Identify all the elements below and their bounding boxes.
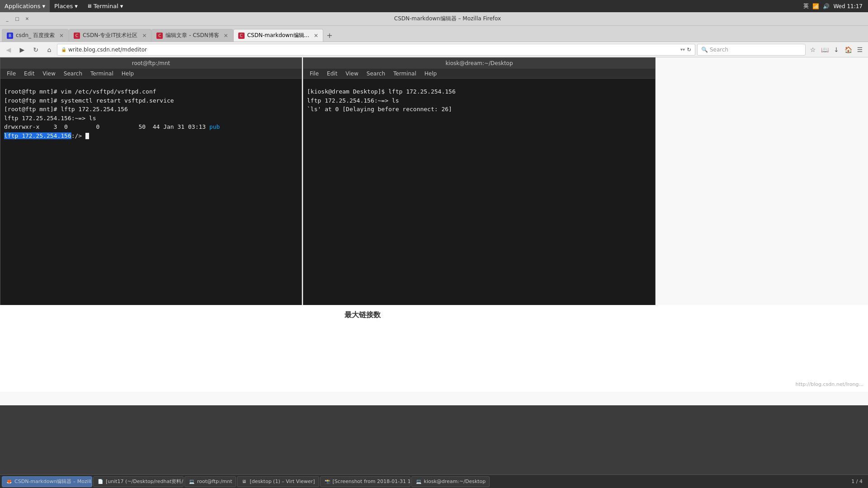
terminal2-content[interactable]: [kiosk@dream Desktop]$ lftp 172.25.254.1… — [303, 79, 655, 305]
system-bar-right: 英 📶 🔊 Wed 11:17 — [803, 2, 868, 10]
terminal1-title: root@ftp:/mnt — [132, 60, 170, 66]
terminal-kiosk-dream: kiosk@dream:~/Desktop File Edit View Sea… — [303, 57, 656, 306]
term1-menu-help[interactable]: Help — [118, 69, 137, 78]
term2-menu-view[interactable]: View — [342, 69, 362, 78]
taskbar-firefox-icon: 🦊 — [6, 479, 12, 485]
csdn-favicon: C — [74, 33, 80, 39]
term2-line1: [kiosk@dream Desktop]$ lftp 172.25.254.1… — [307, 88, 456, 95]
search-bar[interactable]: 🔍 Search — [697, 44, 806, 56]
taskbar-kiosk[interactable]: 💻 kiosk@dream:~/Desktop — [411, 476, 490, 487]
taskbar-virt-icon: 🖥 — [241, 479, 247, 485]
term2-menu-file[interactable]: File — [306, 69, 322, 78]
terminal2-title: kiosk@dream:~/Desktop — [445, 60, 513, 66]
term1-menu-edit[interactable]: Edit — [20, 69, 38, 78]
terminal1-content[interactable]: [root@ftp mnt]# vim /etc/vsftpd/vsftpd.c… — [0, 79, 302, 305]
tab-markdown-active[interactable]: C CSDN-markdown编辑... ✕ — [233, 29, 323, 42]
terminal-root-ftp: root@ftp:/mnt File Edit View Search Term… — [0, 57, 302, 306]
home-button[interactable]: ⌂ — [43, 44, 55, 56]
tab-edit-close[interactable]: ✕ — [224, 33, 228, 39]
edit-favicon: C — [156, 33, 163, 39]
refresh-button[interactable]: ↻ — [30, 44, 42, 56]
term2-menu-search[interactable]: Search — [363, 69, 389, 78]
term1-highlight: lftp 172.25.254.156 — [4, 132, 71, 139]
md-favicon: C — [238, 33, 245, 39]
tab-csdn-close[interactable]: ✕ — [142, 33, 146, 39]
taskbar-unit17[interactable]: 📄 [unit17 (~/Desktop/redhat资料/re... — [93, 476, 184, 487]
tab-baidu-search[interactable]: B csdn_ 百度搜索 ✕ — [2, 29, 69, 42]
taskbar-root-ftp[interactable]: 💻 root@ftp:/mnt — [184, 476, 236, 487]
taskbar-screenshot-icon: 📸 — [324, 479, 330, 485]
taskbar-firefox-label: CSDN-markdown编辑器 – Mozilla... — [14, 478, 92, 485]
tab-md-label: CSDN-markdown编辑... — [247, 32, 309, 39]
terminal-label: Terminal — [94, 3, 118, 9]
taskbar-virt-viewer[interactable]: 🖥 [desktop (1) – Virt Viewer] — [237, 476, 319, 487]
term2-line2: lftp 172.25.254.156:~=> ls — [307, 97, 399, 104]
terminal1-titlebar: root@ftp:/mnt — [0, 58, 302, 69]
address-bar[interactable]: 🔒 write.blog.csdn.net/mdeditor ▾▾ ↻ — [57, 44, 695, 56]
new-tab-button[interactable]: + — [323, 29, 336, 42]
window-controls: _ □ ✕ — [4, 15, 31, 23]
address-dropdown-icon[interactable]: ▾▾ — [680, 47, 685, 52]
terminal-chevron: ▾ — [120, 3, 123, 9]
window-title: CSDN-markdown编辑器 – Mozilla Firefox — [31, 15, 864, 23]
applications-label: Applications — [5, 3, 40, 9]
tab-csdn-label: CSDN-专业IT技术社区 — [83, 32, 137, 39]
tab-edit-label: 编辑文章 - CSDN博客 — [165, 32, 219, 39]
download-icon[interactable]: ↓ — [831, 44, 842, 55]
terminal1-menubar: File Edit View Search Terminal Help — [0, 69, 302, 79]
tab-md-close[interactable]: ✕ — [314, 33, 318, 39]
tabs-bar: B csdn_ 百度搜索 ✕ C CSDN-专业IT技术社区 ✕ C 编辑文章 … — [0, 26, 868, 42]
main-content-area: root@ftp:/mnt File Edit View Search Term… — [0, 57, 868, 405]
address-text: write.blog.csdn.net/mdeditor — [68, 47, 679, 53]
bookmark-star-icon[interactable]: ☆ — [807, 44, 818, 55]
term1-menu-search[interactable]: Search — [60, 69, 86, 78]
minimize-button[interactable]: _ — [4, 15, 11, 23]
lock-icon: 🔒 — [61, 47, 66, 52]
term1-menu-file[interactable]: File — [3, 69, 19, 78]
datetime-display: Wed 11:17 — [833, 3, 863, 9]
term1-pub: pub — [209, 123, 220, 130]
network-icon: 📶 — [812, 3, 819, 9]
forward-button[interactable]: ▶ — [16, 44, 28, 56]
menu-icon[interactable]: ☰ — [854, 44, 865, 55]
taskbar-root-ftp-icon: 💻 — [189, 479, 195, 485]
tab-csdn-community[interactable]: C CSDN-专业IT技术社区 ✕ — [69, 29, 151, 42]
term1-line1: [root@ftp mnt]# vim /etc/vsftpd/vsftpd.c… — [4, 88, 156, 95]
term1-line6: lftp 172.25.254.156:/> — [4, 132, 89, 139]
taskbar-kiosk-icon: 💻 — [415, 479, 422, 485]
terminal-icon: 🖥 — [87, 3, 92, 9]
blog-section-title: 最大链接数 — [344, 310, 381, 320]
taskbar-screenshot[interactable]: 📸 [Screenshot from 2018-01-31 1... — [320, 476, 410, 487]
reader-view-icon[interactable]: 📖 — [819, 44, 830, 55]
back-button[interactable]: ◀ — [3, 44, 14, 56]
term1-cursor — [85, 133, 89, 139]
term2-menu-edit[interactable]: Edit — [323, 69, 341, 78]
firefox-titlebar: _ □ ✕ CSDN-markdown编辑器 – Mozilla Firefox — [0, 12, 868, 26]
term1-line3: [root@ftp mnt]# lftp 172.25.254.156 — [4, 106, 128, 113]
tab-edit-article[interactable]: C 编辑文章 - CSDN博客 ✕ — [151, 29, 233, 42]
tab-baidu-close[interactable]: ✕ — [59, 33, 64, 39]
taskbar-virt-label: [desktop (1) – Virt Viewer] — [250, 479, 315, 484]
term2-menu-help[interactable]: Help — [421, 69, 440, 78]
term2-menu-terminal[interactable]: Terminal — [390, 69, 420, 78]
terminal-menu[interactable]: 🖥 Terminal ▾ — [82, 0, 127, 12]
home-nav-icon[interactable]: 🏠 — [843, 44, 854, 55]
address-refresh-icon[interactable]: ↻ — [687, 47, 691, 53]
places-menu[interactable]: Places ▾ — [50, 0, 82, 12]
language-indicator[interactable]: 英 — [803, 2, 809, 10]
maximize-button[interactable]: □ — [14, 15, 21, 23]
term1-menu-terminal[interactable]: Terminal — [87, 69, 117, 78]
taskbar-firefox[interactable]: 🦊 CSDN-markdown编辑器 – Mozilla... — [2, 476, 92, 487]
taskbar-unit17-label: [unit17 (~/Desktop/redhat资料/re... — [106, 478, 184, 485]
term1-menu-view[interactable]: View — [39, 69, 59, 78]
volume-icon: 🔊 — [823, 3, 830, 9]
taskbar-unit17-icon: 📄 — [97, 479, 104, 485]
applications-chevron: ▾ — [42, 3, 45, 9]
terminal2-titlebar: kiosk@dream:~/Desktop — [303, 58, 655, 69]
terminal2-menubar: File Edit View Search Terminal Help — [303, 69, 655, 79]
firefox-window: _ □ ✕ CSDN-markdown编辑器 – Mozilla Firefox… — [0, 12, 868, 405]
close-button[interactable]: ✕ — [24, 15, 31, 23]
applications-menu[interactable]: Applications ▾ — [0, 0, 50, 12]
term1-line5: drwxrwxr-x 3 0 0 50 44 Jan 31 03:13 pub — [4, 123, 220, 130]
taskbar-root-ftp-label: root@ftp:/mnt — [197, 479, 232, 484]
